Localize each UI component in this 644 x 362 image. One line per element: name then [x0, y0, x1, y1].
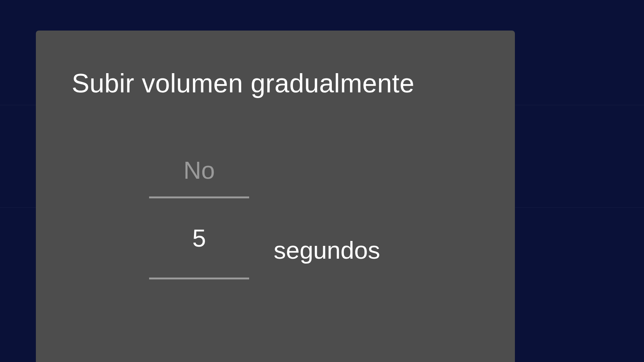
- dialog-title: Subir volumen gradualmente: [72, 68, 479, 98]
- picker-container: No 5 segundos: [149, 144, 479, 332]
- picker-selected-value[interactable]: 5: [192, 198, 206, 278]
- duration-picker[interactable]: No 5: [149, 144, 249, 332]
- unit-label: segundos: [274, 236, 380, 264]
- volume-fade-dialog: Subir volumen gradualmente No 5 segundos: [36, 31, 515, 362]
- picker-divider-bottom: [149, 278, 249, 279]
- picker-previous-option[interactable]: No: [183, 144, 215, 196]
